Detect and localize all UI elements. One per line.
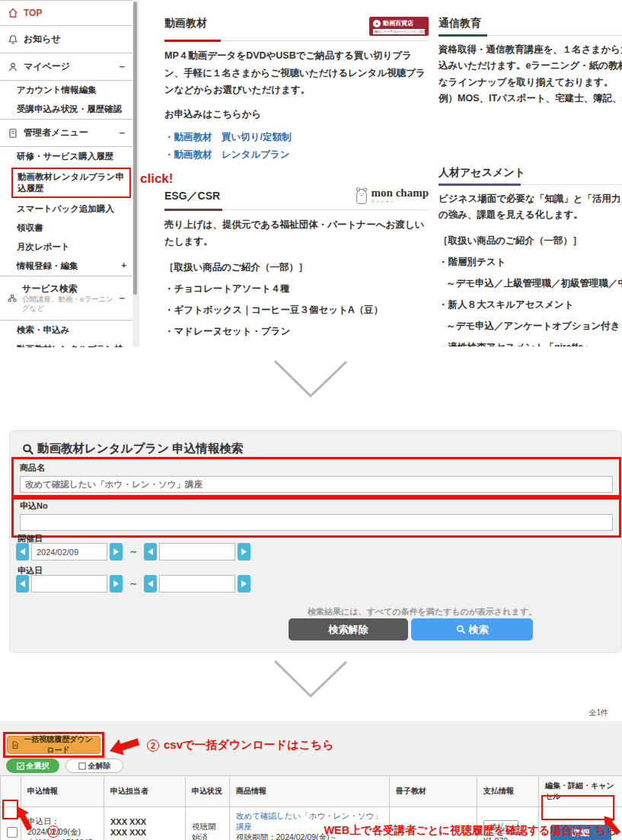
section-title: 動画教材	[164, 17, 207, 30]
portal-screenshot: TOP お知らせ マイページ − アカウント情報編集 受講申込み状況・履歴確認 …	[0, 0, 622, 347]
clear-search-button[interactable]: 検索解除	[289, 618, 408, 640]
header-booklet: 冊子教材	[390, 776, 477, 807]
click-annotation: click!	[140, 171, 173, 187]
status-value: 視聴開始済	[186, 807, 230, 840]
section-correspondence-edu: 通信教育 資格取得・通信教育講座を、１名さまから大人数でお申し 込みいただけます…	[439, 17, 622, 107]
search-form-title: 動画教材レンタルプラン 申込情報検索	[22, 441, 243, 457]
bear-icon	[355, 187, 368, 205]
sidebar-item-receipt[interactable]: 領収書	[0, 219, 132, 238]
date-prev-button[interactable]	[144, 575, 157, 592]
date-prev-button[interactable]	[16, 543, 29, 561]
select-all-button[interactable]: 全選択	[6, 759, 59, 773]
collapse-minus-icon[interactable]: −	[119, 127, 125, 139]
collapse-minus-icon[interactable]: −	[119, 292, 125, 304]
link-video-rental[interactable]: ・動画教材 レンタルプラン	[164, 146, 429, 164]
collapse-minus-icon[interactable]: −	[119, 61, 125, 72]
sidebar-item-sublabel: 公開講座、動画・eラーニングなど	[22, 295, 113, 313]
section-video-materials: 動画教材 ●動画百貨店 幅広いテーマのeラーニングをご提供 MP４動画データをD…	[164, 17, 429, 164]
product-name-input[interactable]	[20, 476, 613, 493]
assessment-item: ・階層別テスト	[439, 256, 622, 269]
assessment-item: ・新人８大スキルアセスメント	[439, 299, 622, 311]
esg-product-item: ・ギフトボックス｜コーヒー豆３個セットA（豆）	[164, 304, 429, 317]
section-talent-assessment: 人材アセスメント ビジネス場面で必要な「知識」と「活用力」を測り、個人 の強み、…	[439, 166, 622, 347]
person-icon	[8, 62, 18, 72]
video-description: MP４動画データをDVDやUSBでご納品する買い切りプラン、手軽に１名さまからご…	[164, 47, 429, 99]
home-icon	[8, 8, 18, 18]
sidebar-item-label: サービス検索	[22, 283, 113, 295]
search-button[interactable]: 検索	[411, 618, 533, 640]
apply-date-from-input[interactable]	[31, 575, 107, 592]
order-no-label: 申込No	[20, 500, 613, 512]
assessment-item: ～デモ申込／アンケートオプション付き	[439, 320, 622, 333]
range-tilde: ～	[129, 577, 138, 590]
sidebar-item-label: マイページ	[24, 60, 70, 73]
esg-products-intro: ［取扱い商品のご紹介（一部）］	[164, 261, 429, 274]
step-2-badge: 2	[147, 739, 159, 752]
checked-box-icon	[17, 762, 24, 770]
sidebar-item-search-apply[interactable]: 検索・申込み	[0, 321, 132, 340]
header-apply-info: 申込情報	[21, 776, 104, 807]
link-video-buyout[interactable]: ・動画教材 買い切り/定額制	[164, 129, 429, 146]
order-no-input[interactable]	[20, 514, 613, 531]
date-prev-button[interactable]	[144, 543, 157, 561]
deselect-all-button[interactable]: 全解除	[65, 759, 123, 773]
assessment-products-intro: ［取扱い商品のご紹介（一部）］	[439, 235, 622, 248]
result-count: 全1件	[589, 707, 608, 718]
row-checkbox[interactable]	[7, 827, 18, 838]
sidebar-item-enrollment-history[interactable]: 受講申込み状況・履歴確認	[0, 100, 132, 120]
sidebar-item-mypage[interactable]: マイページ −	[0, 53, 132, 81]
search-icon	[22, 443, 34, 455]
sidebar-item-info-register[interactable]: 情報登録・編集 +	[0, 257, 132, 276]
esg-product-item: ・チョコレートアソート４種	[164, 283, 429, 295]
date-next-button[interactable]	[110, 543, 123, 561]
sidebar-item-service-search[interactable]: サービス検索 公開講座、動画・eラーニングなど −	[0, 276, 132, 321]
date-prev-button[interactable]	[16, 575, 29, 592]
order-no-annotation-box: 申込No	[11, 495, 621, 538]
portal-content: 動画教材 ●動画百貨店 幅広いテーマのeラーニングをご提供 MP４動画データをD…	[138, 0, 622, 347]
sidebar-item-label: TOP	[24, 8, 42, 18]
sidebar-item-news[interactable]: お知らせ	[0, 26, 132, 53]
web-history-annotation: WEB上で各受講者ごとに視聴履歴を確認する場合はこちら	[324, 823, 617, 838]
assessment-item: ・適性検査アセスメント「giraffe」	[439, 341, 622, 347]
event-date-range: ～	[16, 543, 250, 561]
applicant-name: XXX XXX	[110, 816, 179, 827]
csv-download-annotation: 2 csvで一括ダウンロードはこちら	[147, 738, 334, 752]
range-tilde: ～	[129, 545, 138, 558]
monchamp-logo: mon champ モンシャン	[355, 187, 429, 205]
date-next-button[interactable]	[238, 575, 250, 592]
apply-date-to-input[interactable]	[159, 575, 235, 592]
search-icon	[456, 624, 466, 634]
esg-description: 売り上げは、提供元である福祉団体・パートナーへお渡しいたします。	[164, 216, 429, 251]
down-chevron-arrow	[273, 658, 349, 699]
down-chevron-arrow	[273, 358, 349, 399]
event-date-from-input[interactable]	[31, 543, 107, 561]
header-applicant: 申込担当者	[104, 776, 186, 807]
sidebar-item-video-rental-search[interactable]: 動画教材レンタルプラン検索	[0, 340, 132, 347]
sidebar-item-video-rental-history[interactable]: 動画教材レンタルプラン申込履歴	[11, 168, 131, 198]
date-next-button[interactable]	[110, 575, 123, 592]
sidebar-item-smartpack[interactable]: スマートパック追加購入	[0, 200, 132, 219]
expand-plus-icon[interactable]: +	[121, 260, 126, 272]
sidebar-item-label: 管理者メニュー	[24, 126, 88, 139]
sidebar-item-account-edit[interactable]: アカウント情報編集	[0, 81, 132, 100]
sidebar-item-admin-menu[interactable]: 管理者メニュー −	[0, 120, 132, 147]
event-date-to-input[interactable]	[159, 543, 235, 561]
apply-date: 申込日：2024/02/09(金)	[27, 816, 97, 838]
assessment-item: ～デモ申込／上級管理職／初級管理職／中堅／一般	[439, 277, 622, 290]
document-icon	[12, 740, 18, 750]
sidebar-item-monthly-report[interactable]: 月次レポート	[0, 238, 132, 257]
bulk-history-download-button[interactable]: 一括視聴履歴ダウンロード	[7, 736, 100, 754]
bell-icon	[8, 34, 18, 45]
sidebar-item-purchase-history[interactable]: 研修・サービス購入履歴	[0, 147, 132, 166]
section-title: 人材アセスメント	[439, 166, 525, 180]
product-name-label: 商品名	[20, 462, 613, 474]
sidebar-item-top[interactable]: TOP	[0, 1, 132, 26]
search-form-screenshot: 動画教材レンタルプラン 申込情報検索 商品名 申込No 開催日 ～ 申込日 ～	[9, 430, 622, 653]
search-note: 検索結果には、すべての条件を満たすものが表示されます。	[308, 606, 537, 618]
date-next-button[interactable]	[238, 543, 250, 561]
table-header-row: 申込情報 申込担当者 申込状況 商品情報 冊子教材 支払情報 編集・詳細・キャン…	[1, 776, 622, 807]
tutorial-graphic: TOP お知らせ マイページ − アカウント情報編集 受講申込み状況・履歴確認 …	[0, 0, 622, 840]
header-product-info: 商品情報	[230, 776, 390, 807]
empty-box-icon	[78, 762, 86, 770]
sidebar-scrollbar-thumb[interactable]	[133, 2, 137, 295]
